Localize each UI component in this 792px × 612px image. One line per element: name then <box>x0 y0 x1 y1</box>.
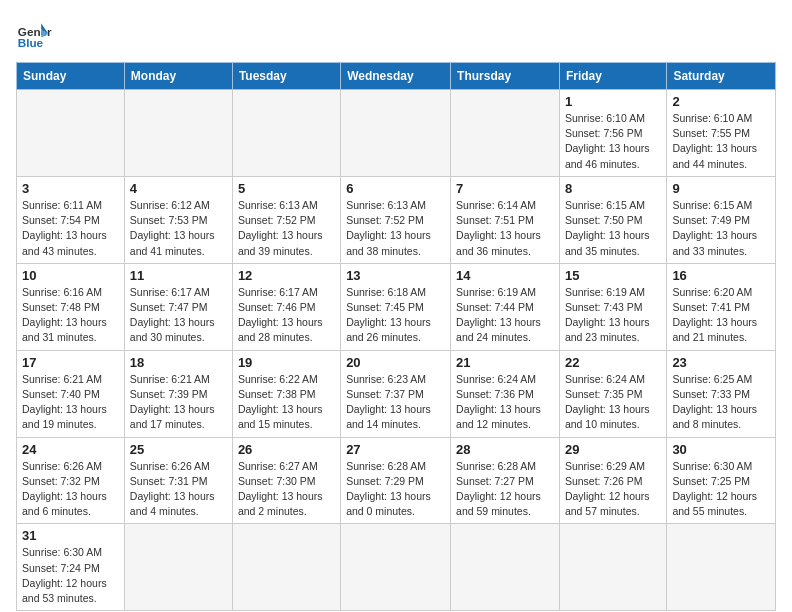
calendar-cell: 31Sunrise: 6:30 AM Sunset: 7:24 PM Dayli… <box>17 524 125 611</box>
column-header-sunday: Sunday <box>17 63 125 90</box>
day-info: Sunrise: 6:17 AM Sunset: 7:46 PM Dayligh… <box>238 285 335 346</box>
calendar-cell: 1Sunrise: 6:10 AM Sunset: 7:56 PM Daylig… <box>559 90 666 177</box>
calendar-cell: 15Sunrise: 6:19 AM Sunset: 7:43 PM Dayli… <box>559 263 666 350</box>
calendar-cell: 16Sunrise: 6:20 AM Sunset: 7:41 PM Dayli… <box>667 263 776 350</box>
day-number: 8 <box>565 181 661 196</box>
day-number: 5 <box>238 181 335 196</box>
day-info: Sunrise: 6:18 AM Sunset: 7:45 PM Dayligh… <box>346 285 445 346</box>
column-header-wednesday: Wednesday <box>341 63 451 90</box>
day-info: Sunrise: 6:28 AM Sunset: 7:29 PM Dayligh… <box>346 459 445 520</box>
day-info: Sunrise: 6:10 AM Sunset: 7:56 PM Dayligh… <box>565 111 661 172</box>
day-number: 15 <box>565 268 661 283</box>
day-info: Sunrise: 6:12 AM Sunset: 7:53 PM Dayligh… <box>130 198 227 259</box>
day-number: 30 <box>672 442 770 457</box>
day-number: 7 <box>456 181 554 196</box>
calendar-cell: 12Sunrise: 6:17 AM Sunset: 7:46 PM Dayli… <box>232 263 340 350</box>
calendar-cell <box>559 524 666 611</box>
day-info: Sunrise: 6:19 AM Sunset: 7:44 PM Dayligh… <box>456 285 554 346</box>
calendar-cell <box>341 90 451 177</box>
day-info: Sunrise: 6:21 AM Sunset: 7:39 PM Dayligh… <box>130 372 227 433</box>
week-row-6: 31Sunrise: 6:30 AM Sunset: 7:24 PM Dayli… <box>17 524 776 611</box>
logo-icon: General Blue <box>16 16 52 52</box>
day-number: 1 <box>565 94 661 109</box>
day-number: 9 <box>672 181 770 196</box>
calendar-cell: 18Sunrise: 6:21 AM Sunset: 7:39 PM Dayli… <box>124 350 232 437</box>
calendar-cell: 23Sunrise: 6:25 AM Sunset: 7:33 PM Dayli… <box>667 350 776 437</box>
calendar-cell: 7Sunrise: 6:14 AM Sunset: 7:51 PM Daylig… <box>451 176 560 263</box>
calendar-cell <box>451 524 560 611</box>
day-number: 27 <box>346 442 445 457</box>
calendar-cell: 2Sunrise: 6:10 AM Sunset: 7:55 PM Daylig… <box>667 90 776 177</box>
day-number: 10 <box>22 268 119 283</box>
day-info: Sunrise: 6:26 AM Sunset: 7:32 PM Dayligh… <box>22 459 119 520</box>
day-info: Sunrise: 6:21 AM Sunset: 7:40 PM Dayligh… <box>22 372 119 433</box>
day-number: 20 <box>346 355 445 370</box>
calendar-cell: 19Sunrise: 6:22 AM Sunset: 7:38 PM Dayli… <box>232 350 340 437</box>
day-number: 3 <box>22 181 119 196</box>
calendar-cell: 29Sunrise: 6:29 AM Sunset: 7:26 PM Dayli… <box>559 437 666 524</box>
day-number: 25 <box>130 442 227 457</box>
day-number: 14 <box>456 268 554 283</box>
calendar-cell: 25Sunrise: 6:26 AM Sunset: 7:31 PM Dayli… <box>124 437 232 524</box>
day-number: 24 <box>22 442 119 457</box>
week-row-3: 10Sunrise: 6:16 AM Sunset: 7:48 PM Dayli… <box>17 263 776 350</box>
day-number: 12 <box>238 268 335 283</box>
day-number: 21 <box>456 355 554 370</box>
day-number: 2 <box>672 94 770 109</box>
day-info: Sunrise: 6:30 AM Sunset: 7:25 PM Dayligh… <box>672 459 770 520</box>
day-info: Sunrise: 6:30 AM Sunset: 7:24 PM Dayligh… <box>22 545 119 606</box>
day-info: Sunrise: 6:23 AM Sunset: 7:37 PM Dayligh… <box>346 372 445 433</box>
day-number: 23 <box>672 355 770 370</box>
day-number: 26 <box>238 442 335 457</box>
day-number: 4 <box>130 181 227 196</box>
calendar-cell: 28Sunrise: 6:28 AM Sunset: 7:27 PM Dayli… <box>451 437 560 524</box>
column-header-tuesday: Tuesday <box>232 63 340 90</box>
day-info: Sunrise: 6:19 AM Sunset: 7:43 PM Dayligh… <box>565 285 661 346</box>
calendar-cell <box>232 524 340 611</box>
column-header-monday: Monday <box>124 63 232 90</box>
calendar-cell: 5Sunrise: 6:13 AM Sunset: 7:52 PM Daylig… <box>232 176 340 263</box>
day-number: 17 <box>22 355 119 370</box>
calendar-cell: 13Sunrise: 6:18 AM Sunset: 7:45 PM Dayli… <box>341 263 451 350</box>
day-info: Sunrise: 6:22 AM Sunset: 7:38 PM Dayligh… <box>238 372 335 433</box>
calendar-cell: 3Sunrise: 6:11 AM Sunset: 7:54 PM Daylig… <box>17 176 125 263</box>
calendar-cell: 11Sunrise: 6:17 AM Sunset: 7:47 PM Dayli… <box>124 263 232 350</box>
day-number: 16 <box>672 268 770 283</box>
day-info: Sunrise: 6:15 AM Sunset: 7:49 PM Dayligh… <box>672 198 770 259</box>
svg-text:Blue: Blue <box>18 36 44 49</box>
day-number: 22 <box>565 355 661 370</box>
day-info: Sunrise: 6:16 AM Sunset: 7:48 PM Dayligh… <box>22 285 119 346</box>
day-info: Sunrise: 6:24 AM Sunset: 7:36 PM Dayligh… <box>456 372 554 433</box>
week-row-5: 24Sunrise: 6:26 AM Sunset: 7:32 PM Dayli… <box>17 437 776 524</box>
day-number: 13 <box>346 268 445 283</box>
week-row-4: 17Sunrise: 6:21 AM Sunset: 7:40 PM Dayli… <box>17 350 776 437</box>
day-info: Sunrise: 6:29 AM Sunset: 7:26 PM Dayligh… <box>565 459 661 520</box>
day-info: Sunrise: 6:14 AM Sunset: 7:51 PM Dayligh… <box>456 198 554 259</box>
column-header-saturday: Saturday <box>667 63 776 90</box>
calendar-cell <box>667 524 776 611</box>
logo: General Blue <box>16 16 52 52</box>
calendar-cell <box>17 90 125 177</box>
calendar-cell: 9Sunrise: 6:15 AM Sunset: 7:49 PM Daylig… <box>667 176 776 263</box>
day-info: Sunrise: 6:20 AM Sunset: 7:41 PM Dayligh… <box>672 285 770 346</box>
day-number: 18 <box>130 355 227 370</box>
calendar-cell: 6Sunrise: 6:13 AM Sunset: 7:52 PM Daylig… <box>341 176 451 263</box>
page-header: General Blue <box>16 16 776 52</box>
calendar-table: SundayMondayTuesdayWednesdayThursdayFrid… <box>16 62 776 611</box>
column-header-friday: Friday <box>559 63 666 90</box>
calendar-cell: 14Sunrise: 6:19 AM Sunset: 7:44 PM Dayli… <box>451 263 560 350</box>
calendar-cell <box>232 90 340 177</box>
calendar-cell: 20Sunrise: 6:23 AM Sunset: 7:37 PM Dayli… <box>341 350 451 437</box>
day-number: 11 <box>130 268 227 283</box>
day-info: Sunrise: 6:11 AM Sunset: 7:54 PM Dayligh… <box>22 198 119 259</box>
day-info: Sunrise: 6:25 AM Sunset: 7:33 PM Dayligh… <box>672 372 770 433</box>
calendar-cell: 21Sunrise: 6:24 AM Sunset: 7:36 PM Dayli… <box>451 350 560 437</box>
day-info: Sunrise: 6:13 AM Sunset: 7:52 PM Dayligh… <box>238 198 335 259</box>
week-row-2: 3Sunrise: 6:11 AM Sunset: 7:54 PM Daylig… <box>17 176 776 263</box>
day-info: Sunrise: 6:26 AM Sunset: 7:31 PM Dayligh… <box>130 459 227 520</box>
calendar-cell <box>451 90 560 177</box>
calendar-cell <box>124 524 232 611</box>
day-info: Sunrise: 6:17 AM Sunset: 7:47 PM Dayligh… <box>130 285 227 346</box>
calendar-cell: 22Sunrise: 6:24 AM Sunset: 7:35 PM Dayli… <box>559 350 666 437</box>
calendar-cell: 27Sunrise: 6:28 AM Sunset: 7:29 PM Dayli… <box>341 437 451 524</box>
